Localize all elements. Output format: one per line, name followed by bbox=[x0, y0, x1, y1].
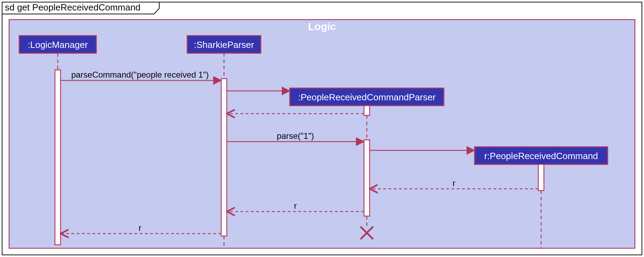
message-parse-label: parse("1") bbox=[277, 131, 314, 141]
lifeline-sharkie-parser-label: :SharkieParser bbox=[194, 40, 254, 50]
lifeline-prc-label: r:PeopleReceivedCommand bbox=[484, 151, 598, 161]
message-return-r-3-label: r bbox=[139, 223, 141, 233]
lifeline-prcp-label: :PeopleReceivedCommandParser bbox=[298, 92, 435, 102]
activation-prcp-2 bbox=[364, 140, 370, 216]
message-parse-command-label: parseCommand("people received 1") bbox=[71, 70, 209, 79]
lifeline-logic-manager-label: :LogicManager bbox=[28, 40, 88, 50]
activation-sharkie-parser bbox=[221, 79, 227, 236]
package-label: Logic bbox=[308, 21, 336, 32]
activation-prcp-1 bbox=[364, 106, 370, 115]
message-parse-command: parseCommand("people received 1") bbox=[61, 70, 221, 80]
package-box bbox=[9, 20, 635, 248]
frame-title: sd get PeopleReceivedCommand bbox=[5, 2, 140, 13]
sequence-diagram: sd get PeopleReceivedCommand Logic :Logi… bbox=[0, 0, 644, 257]
message-return-r-2-label: r bbox=[294, 201, 297, 210]
message-return-r-1-label: r bbox=[453, 178, 455, 188]
activation-logic-manager bbox=[55, 70, 61, 245]
activation-prc bbox=[538, 164, 544, 191]
